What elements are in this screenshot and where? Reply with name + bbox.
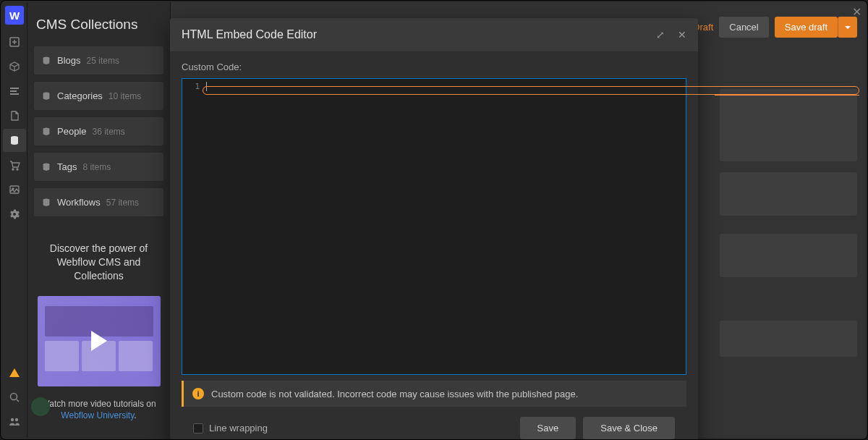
save-close-button[interactable]: Save & Close: [583, 417, 675, 439]
save-button[interactable]: Save: [520, 417, 576, 439]
sidebar-title: CMS Collections: [27, 7, 170, 46]
svg-point-10: [11, 418, 14, 421]
content-placeholder: [720, 321, 857, 357]
embed-code-modal: HTML Embed Code Editor ⤢ ✕ Custom Code: …: [170, 18, 698, 440]
svg-point-11: [15, 418, 18, 421]
svg-point-6: [17, 169, 18, 170]
cancel-button[interactable]: Cancel: [719, 17, 768, 38]
code-editor[interactable]: 1: [182, 78, 686, 375]
modal-title: HTML Embed Code Editor: [182, 28, 317, 41]
ecommerce-icon[interactable]: [3, 153, 26, 177]
play-icon: [91, 331, 107, 351]
line-wrapping-checkbox[interactable]: [193, 423, 203, 433]
svg-rect-1: [10, 88, 19, 89]
status-indicator: [31, 397, 50, 416]
database-icon: [41, 127, 51, 137]
info-icon: i: [192, 388, 204, 399]
navigator-icon[interactable]: [3, 80, 26, 103]
nav-rail: W: [2, 2, 27, 438]
chevron-down-icon: [844, 24, 851, 31]
expand-icon[interactable]: ⤢: [656, 29, 665, 41]
collection-item-people[interactable]: People 36 items: [33, 117, 164, 146]
webflow-university-link[interactable]: Webflow University: [61, 410, 134, 420]
promo-title: Discover the power of Webflow CMS and Co…: [35, 242, 163, 283]
database-icon: [41, 56, 51, 66]
svg-rect-3: [10, 93, 19, 95]
line-wrapping-label: Line wrapping: [209, 423, 268, 433]
close-icon[interactable]: ✕: [678, 29, 686, 41]
collection-count: 10 items: [109, 91, 141, 101]
database-icon: [41, 198, 51, 208]
collection-item-workflows[interactable]: Workflows 57 items: [33, 187, 164, 217]
users-icon[interactable]: [3, 410, 26, 433]
promo-video-thumb[interactable]: [38, 296, 161, 386]
save-draft-dropdown[interactable]: [838, 17, 857, 38]
line-gutter: 1: [182, 79, 204, 374]
collection-label: Tags: [57, 161, 77, 172]
field-label: Custom Code:: [182, 62, 686, 72]
search-icon[interactable]: [3, 386, 26, 409]
warning-text: Custom code is not validated. Incorrect …: [211, 389, 578, 399]
collection-count: 25 items: [87, 56, 119, 66]
promo-caption: Watch more video tutorials on Webflow Un…: [35, 398, 163, 423]
collection-count: 36 items: [92, 127, 124, 137]
svg-point-9: [11, 394, 17, 400]
settings-icon[interactable]: [3, 203, 26, 226]
collection-item-categories[interactable]: Categories 10 items: [33, 81, 164, 111]
collection-label: Blogs: [57, 55, 81, 66]
collection-count: 57 items: [106, 198, 139, 208]
svg-point-5: [12, 169, 14, 170]
collection-label: Categories: [57, 90, 103, 101]
collection-item-tags[interactable]: Tags 8 items: [33, 152, 164, 182]
webflow-logo[interactable]: W: [5, 6, 24, 25]
code-textarea[interactable]: [204, 79, 686, 374]
collection-label: Workflows: [57, 197, 101, 208]
pages-icon[interactable]: [3, 104, 26, 127]
collection-item-blogs[interactable]: Blogs 25 items: [33, 46, 164, 75]
add-element-icon[interactable]: [3, 30, 26, 54]
assets-icon[interactable]: [3, 178, 26, 201]
svg-rect-2: [10, 90, 17, 92]
database-icon: [41, 162, 51, 172]
warning-bar: i Custom code is not validated. Incorrec…: [182, 381, 686, 407]
content-placeholder: [720, 89, 857, 161]
warning-badge-icon[interactable]: [3, 361, 26, 384]
cms-icon[interactable]: [3, 129, 26, 152]
content-placeholder: [720, 172, 857, 216]
collection-count: 8 items: [82, 162, 111, 172]
collection-label: People: [57, 126, 86, 137]
cms-sidebar: CMS Collections Blogs 25 items Categorie…: [27, 2, 171, 438]
promo-panel: Discover the power of Webflow CMS and Co…: [35, 242, 163, 422]
save-draft-button[interactable]: Save draft: [775, 17, 838, 38]
content-placeholder: [720, 234, 857, 277]
box-icon[interactable]: [3, 55, 26, 78]
window-close-icon[interactable]: ✕: [852, 5, 861, 19]
database-icon: [41, 91, 51, 101]
